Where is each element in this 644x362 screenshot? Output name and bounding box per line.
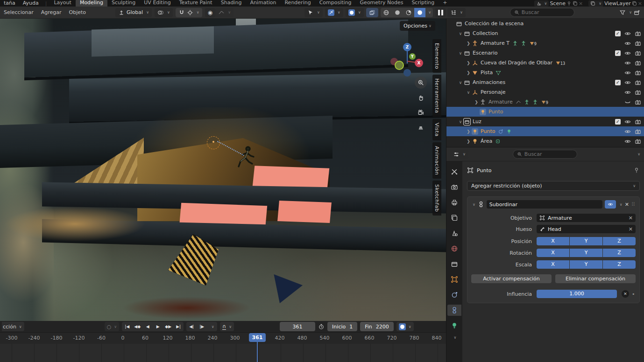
properties-editor-dropdown[interactable]: ∨ xyxy=(450,150,468,159)
exclude-checkbox[interactable]: ✓ xyxy=(615,80,621,85)
pin-icon[interactable] xyxy=(566,1,572,6)
show-overlays-dropdown[interactable]: ∨ xyxy=(346,8,364,17)
outliner-row-cueva-del-dragón-de-otibar[interactable]: ❯Cueva del Dragón de Otibar13 xyxy=(446,58,644,68)
menu-add[interactable]: Agregar xyxy=(37,9,65,16)
hide-eye-icon[interactable] xyxy=(624,118,631,125)
hide-eye-icon[interactable] xyxy=(624,40,631,47)
world-properties-tab[interactable] xyxy=(447,243,461,254)
prev-frame-button[interactable]: ◀| xyxy=(186,322,197,331)
expander-icon[interactable]: ∨ xyxy=(457,51,464,56)
expander-icon[interactable]: ∨ xyxy=(457,119,464,124)
expander-icon[interactable]: ❯ xyxy=(465,41,472,46)
expander-icon[interactable]: ❯ xyxy=(465,70,472,75)
hide-eye-icon[interactable] xyxy=(624,50,631,56)
workspace-tab-sculpting[interactable]: Sculpting xyxy=(107,0,140,7)
shading-solid-button[interactable] xyxy=(392,8,403,17)
workspace-tab-scripting[interactable]: Scripting xyxy=(407,0,439,7)
output-properties-tab[interactable] xyxy=(447,197,461,208)
frame-end-field[interactable]: Fin2200 xyxy=(360,322,394,331)
new-scene-icon[interactable] xyxy=(573,1,578,6)
properties-search-input[interactable] xyxy=(524,151,573,157)
camera-visibility-icon[interactable] xyxy=(635,138,641,145)
workspace-tab-uv-editing[interactable]: UV Editing xyxy=(140,0,175,7)
sidebar-tab-herramienta[interactable]: Herramienta xyxy=(432,75,441,117)
transform-orientation-dropdown[interactable]: Global ∨ xyxy=(115,8,152,17)
sidebar-tab-vista[interactable]: Vista xyxy=(432,119,441,140)
menu-help[interactable]: Ayuda xyxy=(19,0,42,7)
playhead-label[interactable]: 361 xyxy=(249,333,266,342)
camera-visibility-icon[interactable] xyxy=(635,30,641,37)
gizmo-y-axis[interactable]: Y xyxy=(409,53,416,60)
playhead-line[interactable] xyxy=(257,341,258,362)
hide-eye-icon[interactable] xyxy=(624,128,631,135)
outliner-search-input[interactable] xyxy=(522,9,570,15)
camera-visibility-icon[interactable] xyxy=(635,60,641,66)
escala-z-toggle[interactable]: Z xyxy=(603,260,636,269)
play-button[interactable]: ▶ xyxy=(153,322,163,331)
shading-rendered-button[interactable] xyxy=(414,8,425,17)
current-frame-field[interactable]: 361 xyxy=(280,322,315,331)
pivot-point-dropdown[interactable]: ∨ xyxy=(155,8,173,17)
next-keyframe-button[interactable]: ◆▶ xyxy=(163,322,173,331)
timeline-ruler[interactable]: -300-240-180-120-60060120180240300420480… xyxy=(0,332,446,344)
overlays-icon[interactable] xyxy=(348,9,355,16)
scene-selector[interactable]: ∨ xyxy=(534,0,549,7)
hide-eye-icon[interactable] xyxy=(624,60,631,66)
render-properties-tab[interactable] xyxy=(447,181,461,193)
menu-object[interactable]: Objeto xyxy=(65,9,90,16)
pan-button[interactable] xyxy=(415,91,427,104)
sidebar-tab-animación[interactable]: Animación xyxy=(432,142,441,179)
rotación-z-toggle[interactable]: Z xyxy=(603,249,636,257)
clear-inverse-button[interactable]: Eliminar compensación xyxy=(555,274,636,283)
constraint-extras-dropdown[interactable]: ∨ xyxy=(620,202,623,207)
bone-field[interactable]: Head ✕ xyxy=(537,225,636,233)
workspace-tab-geometry-nodes[interactable]: Geometry Nodes xyxy=(356,0,408,7)
keying-popover[interactable]: ∩ ∨ xyxy=(220,322,234,331)
outliner-row-collection[interactable]: ∨Collection✓ xyxy=(446,28,644,38)
outliner-row-armature[interactable]: ❯Armature9 xyxy=(446,97,644,107)
orthographic-toggle-button[interactable] xyxy=(415,121,427,133)
delete-constraint-icon[interactable]: ✕ xyxy=(625,202,629,208)
camera-visibility-icon[interactable] xyxy=(635,118,641,125)
sidebar-tab-sketchfab[interactable]: Sketchfab xyxy=(432,181,441,216)
snap-target-icon[interactable] xyxy=(187,9,193,16)
gizmo-minus-z-axis[interactable] xyxy=(403,69,411,77)
rotación-x-toggle[interactable]: X xyxy=(537,249,569,257)
jump-to-end-button[interactable]: ▶| xyxy=(173,322,184,331)
jump-to-start-button[interactable]: |◀ xyxy=(122,322,132,331)
viewlayer-selector[interactable]: ∨ xyxy=(588,0,603,7)
rotación-y-toggle[interactable]: Y xyxy=(570,249,602,257)
chevron-down-icon[interactable]: ∨ xyxy=(637,152,640,156)
outliner-row-pista[interactable]: ❯Pista xyxy=(446,68,644,77)
workspace-tab-modeling[interactable]: Modeling xyxy=(76,0,107,7)
timeline-track[interactable] xyxy=(0,344,446,362)
clear-target-icon[interactable]: ✕ xyxy=(629,215,633,221)
xray-toggle[interactable] xyxy=(366,8,378,17)
workspace-tab-rendering[interactable]: Rendering xyxy=(280,0,315,7)
outliner-row-punto[interactable]: ❯Punto xyxy=(446,126,644,136)
expand-icon[interactable]: ∨ xyxy=(473,202,475,207)
camera-visibility-icon[interactable] xyxy=(635,70,641,76)
viewlayer-name[interactable]: ViewLayer xyxy=(604,0,631,7)
camera-visibility-icon[interactable] xyxy=(635,50,641,56)
snapping-controls[interactable]: ∨ xyxy=(176,8,202,17)
hide-eye-icon[interactable] xyxy=(624,89,631,96)
escala-x-toggle[interactable]: X xyxy=(537,260,569,269)
camera-view-button[interactable] xyxy=(415,106,427,118)
breadcrumb-object[interactable]: Punto xyxy=(477,167,491,174)
constraint-name-field[interactable]: Subordinar xyxy=(487,200,602,209)
properties-search[interactable] xyxy=(513,150,577,159)
outliner-row-luz[interactable]: ∨Luz✓ xyxy=(446,117,644,126)
show-visibility-dropdown[interactable]: ∨ xyxy=(304,8,323,17)
outliner-display-mode[interactable]: ∨ xyxy=(447,8,466,17)
workspace-tab-texture-paint[interactable]: Texture Paint xyxy=(175,0,217,7)
expander-icon[interactable]: ❯ xyxy=(465,129,472,134)
add-workspace-button[interactable]: + xyxy=(439,0,451,7)
hide-eye-closed-icon[interactable] xyxy=(624,99,631,105)
gizmos-icon[interactable] xyxy=(328,9,334,16)
camera-visibility-icon[interactable] xyxy=(635,99,641,105)
scene-name[interactable]: Scene xyxy=(550,0,566,7)
hide-eye-icon[interactable] xyxy=(624,138,631,145)
shading-dropdown[interactable]: ∨ xyxy=(425,8,433,17)
viewlayer-properties-tab[interactable] xyxy=(447,212,461,223)
